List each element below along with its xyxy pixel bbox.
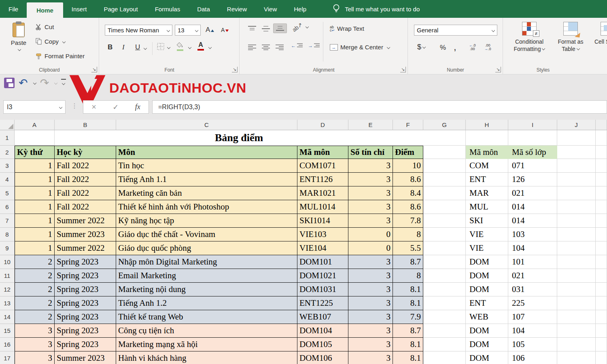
tab-home[interactable]: Home xyxy=(27,2,63,18)
cell-J2[interactable] xyxy=(557,146,596,159)
cell-A11[interactable]: 2 xyxy=(15,269,55,283)
cell-H13[interactable]: ENT xyxy=(466,296,508,310)
fill-color-dropdown-icon[interactable] xyxy=(188,46,191,49)
cell-J17[interactable] xyxy=(557,351,596,364)
cell-D14[interactable]: WEB107 xyxy=(297,310,348,324)
cell-D13[interactable]: ENT1225 xyxy=(297,296,348,310)
row-header-9[interactable]: 9 xyxy=(0,241,15,255)
fill-color-button[interactable] xyxy=(176,42,184,51)
font-size-select[interactable]: 13 xyxy=(175,25,201,36)
undo-dropdown-icon[interactable] xyxy=(33,81,36,85)
cell-D17[interactable]: DOM106 xyxy=(297,351,348,364)
cell-E8[interactable]: 0 xyxy=(348,228,393,241)
cell-C17[interactable]: Hành vi khách hàng xyxy=(116,351,297,364)
cell-C6[interactable]: Thiết kế hình ảnh với Photoshop xyxy=(116,200,297,214)
undo-icon[interactable]: ↶ xyxy=(19,78,28,88)
underline-dropdown-icon[interactable] xyxy=(144,47,147,50)
column-header-B[interactable]: B xyxy=(55,120,116,130)
merge-center-dropdown-icon[interactable] xyxy=(387,45,390,49)
cell-C3[interactable]: Tin học xyxy=(116,159,297,173)
cell-D3[interactable]: COM1071 xyxy=(297,159,348,173)
cell-B16[interactable]: Spring 2023 xyxy=(55,338,116,351)
cell-B5[interactable]: Fall 2022 xyxy=(55,186,116,200)
cell-H5[interactable]: MAR xyxy=(466,186,508,200)
cut-button[interactable]: Cut xyxy=(36,23,54,30)
cell-G5[interactable] xyxy=(423,186,466,200)
paste-button[interactable]: Paste xyxy=(7,23,30,53)
tab-formulas[interactable]: Formulas xyxy=(146,0,189,18)
cell-C16[interactable]: Marketing mạng xã hội xyxy=(116,338,297,351)
enter-formula-icon[interactable]: ✓ xyxy=(112,103,119,112)
cell-H4[interactable]: ENT xyxy=(466,173,508,186)
name-box-dropdown-icon[interactable] xyxy=(59,105,62,108)
cell-F15[interactable]: 8.7 xyxy=(393,324,423,338)
row-header-8[interactable]: 8 xyxy=(0,228,15,241)
cell-F12[interactable]: 8.1 xyxy=(393,283,423,296)
cell-E3[interactable]: 3 xyxy=(348,159,393,173)
font-color-dropdown-icon[interactable] xyxy=(208,46,212,49)
increase-indent-button[interactable]: → xyxy=(308,43,320,49)
cell-I10[interactable]: 101 xyxy=(508,255,557,269)
insert-function-icon[interactable]: fx xyxy=(135,103,140,111)
cell-H11[interactable]: DOM xyxy=(466,269,508,283)
cell-D15[interactable]: DOM104 xyxy=(297,324,348,338)
cell-A14[interactable]: 2 xyxy=(15,310,55,324)
cell-K13[interactable] xyxy=(596,296,607,310)
cell-K14[interactable] xyxy=(596,310,607,324)
align-center-button[interactable] xyxy=(259,43,272,52)
cell-D8[interactable]: VIE103 xyxy=(297,228,348,241)
cell-F2[interactable]: Điểm xyxy=(393,146,423,159)
format-painter-button[interactable]: Format Painter xyxy=(36,53,85,59)
tab-view[interactable]: View xyxy=(255,0,285,18)
orientation-dropdown-icon[interactable] xyxy=(306,25,309,28)
cell-D10[interactable]: DOM101 xyxy=(297,255,348,269)
cell-B13[interactable]: Spring 2023 xyxy=(55,296,116,310)
cell-J8[interactable] xyxy=(557,228,596,241)
cell-H10[interactable]: DOM xyxy=(466,255,508,269)
align-right-button[interactable] xyxy=(273,43,286,52)
redo-icon[interactable]: ↷ xyxy=(40,78,49,88)
cell-I6[interactable]: 014 xyxy=(508,200,557,214)
cell-G13[interactable] xyxy=(423,296,466,310)
align-left-button[interactable] xyxy=(246,43,259,52)
cell-C9[interactable]: Giáo dục quốc phòng xyxy=(116,241,297,255)
cell-K5[interactable] xyxy=(596,186,607,200)
column-header-E[interactable]: E xyxy=(348,120,393,130)
cell-I14[interactable]: 107 xyxy=(508,310,557,324)
cell-A4[interactable]: 1 xyxy=(15,173,55,186)
cell-A7[interactable]: 1 xyxy=(15,214,55,228)
cell-D12[interactable]: DOM1031 xyxy=(297,283,348,296)
cell-K16[interactable] xyxy=(596,338,607,351)
row-header-7[interactable]: 7 xyxy=(0,214,15,228)
cell-C8[interactable]: Giáo dục thể chất - Vovinam xyxy=(116,228,297,241)
cell-B4[interactable]: Fall 2022 xyxy=(55,173,116,186)
row-header-3[interactable]: 3 xyxy=(0,159,15,173)
cell-K10[interactable] xyxy=(596,255,607,269)
copy-dropdown-icon[interactable] xyxy=(62,40,66,43)
font-name-select[interactable]: Times New Roman xyxy=(105,25,172,36)
column-header-A[interactable]: A xyxy=(15,120,55,130)
row-header-2[interactable]: 2 xyxy=(0,146,15,159)
cell-E10[interactable]: 3 xyxy=(348,255,393,269)
cell-A2[interactable]: Kỳ thứ xyxy=(15,146,55,159)
column-header-J[interactable]: J xyxy=(557,120,596,130)
cell-F4[interactable]: 8.6 xyxy=(393,173,423,186)
cell-K11[interactable] xyxy=(596,269,607,283)
cell-A1[interactable] xyxy=(15,130,55,146)
cell-B10[interactable]: Spring 2023 xyxy=(55,255,116,269)
row-header-11[interactable]: 11 xyxy=(0,269,15,283)
cell-K2[interactable] xyxy=(596,146,607,159)
cell-J11[interactable] xyxy=(557,269,596,283)
orientation-button[interactable]: ab↗ xyxy=(292,23,308,30)
cell-A6[interactable]: 1 xyxy=(15,200,55,214)
cell-G11[interactable] xyxy=(423,269,466,283)
column-header-C[interactable]: C xyxy=(116,120,297,130)
comma-style-button[interactable]: , xyxy=(454,41,456,53)
cell-B9[interactable]: Summer 2022 xyxy=(55,241,116,255)
cell-G10[interactable] xyxy=(423,255,466,269)
cell-I4[interactable]: 126 xyxy=(508,173,557,186)
cell-F11[interactable]: 8 xyxy=(393,269,423,283)
cell-J3[interactable] xyxy=(557,159,596,173)
cell-B17[interactable]: Summer 2023 xyxy=(55,351,116,364)
cell-B15[interactable]: Spring 2023 xyxy=(55,324,116,338)
